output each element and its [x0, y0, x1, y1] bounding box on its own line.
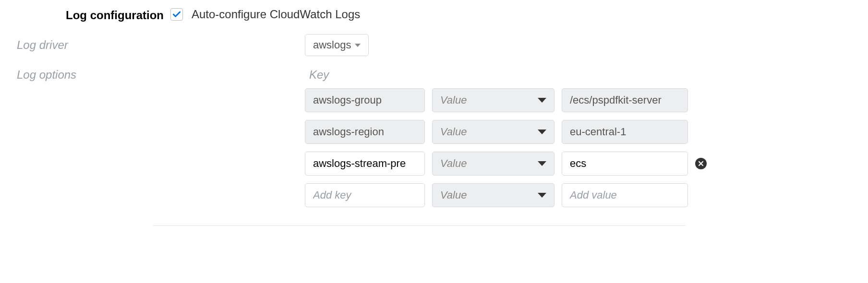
add-value-input[interactable] — [570, 189, 680, 201]
value-select-placeholder: Value — [440, 157, 467, 170]
log-configuration-section: Log configuration Auto-configure CloudWa… — [0, 8, 868, 226]
option-value-input[interactable] — [570, 157, 680, 170]
header-row: Log configuration Auto-configure CloudWa… — [0, 8, 868, 22]
log-driver-row: Log driver awslogs — [0, 34, 868, 56]
auto-configure-group: Auto-configure CloudWatch Logs — [170, 8, 360, 21]
option-value-input-wrap — [562, 152, 688, 176]
add-key-input-wrap — [305, 183, 425, 207]
option-value-type-select[interactable]: Value — [432, 183, 555, 207]
check-icon — [172, 10, 181, 19]
auto-configure-checkbox[interactable] — [170, 8, 183, 21]
caret-down-icon — [538, 98, 546, 103]
option-value: /ecs/pspdfkit-server — [562, 88, 688, 112]
caret-down-icon — [538, 193, 546, 198]
caret-down-icon — [355, 44, 361, 47]
log-options-row: Log options Key awslogs-group Value /ecs… — [0, 68, 868, 215]
option-value-type-select[interactable]: Value — [432, 120, 555, 144]
option-key-input-wrap — [305, 152, 425, 176]
section-title: Log configuration — [0, 8, 170, 22]
close-icon — [698, 161, 704, 166]
option-row-add: Value — [305, 183, 868, 207]
add-key-input[interactable] — [313, 189, 417, 201]
option-row: Value — [305, 152, 868, 176]
remove-row-button[interactable] — [695, 158, 707, 169]
option-value: eu-central-1 — [562, 120, 688, 144]
option-key: awslogs-group — [305, 88, 425, 112]
add-value-input-wrap — [562, 183, 688, 207]
log-driver-value: awslogs — [313, 39, 351, 51]
log-driver-label: Log driver — [17, 38, 68, 51]
log-driver-select[interactable]: awslogs — [305, 34, 369, 56]
value-select-placeholder: Value — [440, 126, 467, 138]
caret-down-icon — [538, 161, 546, 166]
value-select-placeholder: Value — [440, 94, 467, 106]
option-value-type-select[interactable]: Value — [432, 88, 555, 112]
key-column-header: Key — [305, 68, 329, 82]
option-key: awslogs-region — [305, 120, 425, 144]
section-divider — [153, 225, 686, 226]
option-key-input[interactable] — [313, 157, 417, 170]
options-grid: awslogs-group Value /ecs/pspdfkit-server… — [305, 88, 868, 207]
options-header: Key — [305, 68, 868, 82]
auto-configure-label: Auto-configure CloudWatch Logs — [192, 8, 360, 21]
value-select-placeholder: Value — [440, 189, 467, 201]
caret-down-icon — [538, 130, 546, 134]
option-row: awslogs-group Value /ecs/pspdfkit-server — [305, 88, 868, 112]
option-value-type-select[interactable]: Value — [432, 152, 555, 176]
log-options-label: Log options — [17, 68, 76, 81]
option-row: awslogs-region Value eu-central-1 — [305, 120, 868, 144]
